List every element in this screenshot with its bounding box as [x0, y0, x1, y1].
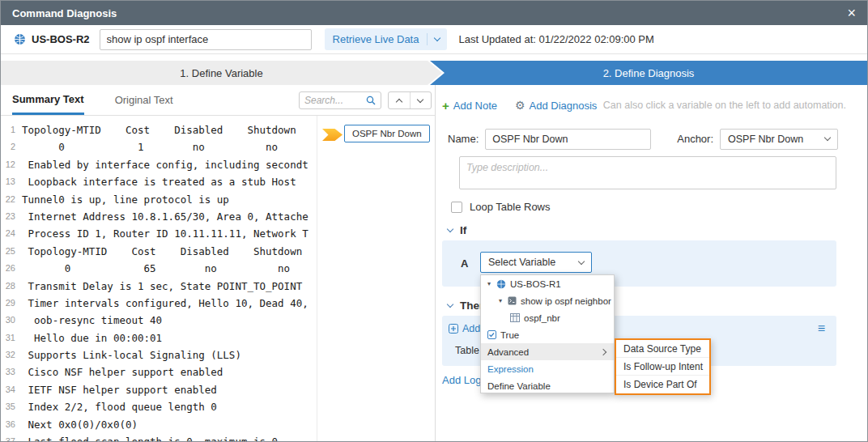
- tab-original-text[interactable]: Original Text: [115, 85, 173, 115]
- code-line: 22Tunnel0 is up, line protocol is up: [1, 191, 317, 208]
- code-line: 29 Timer intervals configured, Hello 10,…: [1, 295, 317, 312]
- code-line: 37 Last flood scan length is 0, maximum …: [1, 433, 317, 441]
- line-number: 37: [1, 433, 22, 441]
- line-text: Enabled by interface config, including s…: [22, 156, 308, 173]
- line-text: Transmit Delay is 1 sec, State POINT_TO_…: [22, 278, 302, 295]
- code-line: 36 Next 0x0(0)/0x0(0): [1, 416, 317, 433]
- code-line: 28 Transmit Delay is 1 sec, State POINT_…: [1, 278, 317, 295]
- submenu-item-is-follow-up-intent[interactable]: Is Follow-up Intent: [616, 358, 709, 376]
- code-line: 23 Internet Address 10.8.1.65/30, Area 0…: [1, 208, 317, 225]
- dropdown-item-advanced[interactable]: Advanced: [481, 343, 614, 360]
- line-number: 2: [1, 138, 22, 155]
- line-number: 1: [1, 121, 22, 138]
- retrieve-dropdown-toggle[interactable]: [428, 38, 447, 40]
- code-area: 1Topology-MTID Cost Disabled Shutdown2 0…: [1, 116, 317, 441]
- search-icon[interactable]: [366, 96, 376, 105]
- dropdown-item-us-bos-r1[interactable]: ▾US-BOS-R1: [481, 275, 614, 292]
- search-input[interactable]: [304, 95, 366, 106]
- chevron-up-icon: [396, 98, 402, 104]
- step-breadcrumb: 1. Define Variable 2. Define Diagnosis: [1, 61, 867, 85]
- add-diagnosis-button[interactable]: ⚙ Add Diagnosis: [515, 100, 597, 112]
- line-number: 25: [1, 243, 22, 260]
- command-input[interactable]: [100, 29, 312, 50]
- line-text: Topology-MTID Cost Disabled Shutdown: [22, 243, 302, 260]
- dropdown-item-label: ospf_nbr: [524, 313, 560, 323]
- anchor-select[interactable]: OSPF Nbr Down: [720, 129, 838, 150]
- code-line: 30 oob-resync timeout 40: [1, 312, 317, 329]
- retrieve-label[interactable]: Retrieve Live Data: [325, 33, 428, 45]
- chevron-down-icon: [417, 96, 423, 102]
- tree-caret-icon[interactable]: ▾: [499, 297, 508, 304]
- step1-label: 1. Define Variable: [180, 67, 262, 79]
- line-number: 30: [1, 312, 22, 329]
- variable-arrow-icon: [322, 129, 343, 141]
- retrieve-live-data-button[interactable]: Retrieve Live Data: [325, 28, 448, 50]
- line-number: 28: [1, 278, 22, 295]
- code-line: 33 Cisco NSF helper support enabled: [1, 363, 317, 380]
- description-textarea[interactable]: [459, 156, 836, 189]
- step-define-diagnosis[interactable]: 2. Define Diagnosis: [430, 61, 867, 85]
- code-line: 12 Enabled by interface config, includin…: [1, 156, 317, 173]
- code-line: 32 Supports Link-local Signaling (LLS): [1, 346, 317, 363]
- code-line: 2 0 1 no no: [1, 138, 317, 155]
- line-text: oob-resync timeout 40: [22, 312, 162, 329]
- table-icon: [510, 313, 520, 322]
- code-line: 31 Hello due in 00:00:01: [1, 329, 317, 346]
- name-input[interactable]: [485, 129, 651, 150]
- submenu-arrow-icon: [600, 348, 606, 355]
- match-next-button[interactable]: [411, 92, 432, 108]
- dropdown-item-label: US-BOS-R1: [510, 279, 561, 289]
- chevron-down-icon: [434, 35, 440, 41]
- step-define-variable[interactable]: 1. Define Variable: [1, 61, 442, 85]
- line-text: Supports Link-local Signaling (LLS): [22, 346, 241, 363]
- chevron-down-icon: [447, 301, 453, 308]
- dropdown-item-show-ip-ospf-neighbor[interactable]: ▾show ip ospf neighbor: [481, 292, 614, 309]
- submenu-item-is-device-part-of[interactable]: Is Device Part Of: [616, 376, 709, 393]
- line-text: Internet Address 10.8.1.65/30, Area 0, A…: [22, 208, 308, 225]
- line-text: 0 1 no no: [22, 138, 278, 155]
- line-number: 33: [1, 363, 22, 380]
- then-add-action[interactable]: Add: [449, 323, 480, 334]
- dropdown-item-label: Define Variable: [487, 381, 551, 391]
- if-label: If: [460, 224, 466, 236]
- line-number: 32: [1, 346, 22, 363]
- tab-summary-text[interactable]: Summary Text: [12, 85, 84, 115]
- line-number: 26: [1, 260, 22, 277]
- select-variable-dropdown[interactable]: Select Variable: [480, 252, 592, 273]
- close-icon[interactable]: ×: [847, 6, 856, 20]
- line-text: Last flood scan length is 0, maximum is …: [22, 433, 278, 441]
- submenu-item-data-source-type[interactable]: Data Source Type: [616, 340, 709, 358]
- if-section-header[interactable]: If: [448, 224, 466, 236]
- match-prev-button[interactable]: [389, 92, 410, 108]
- line-text: Next 0x0(0)/0x0(0): [22, 416, 138, 433]
- search-nav: [388, 91, 432, 109]
- loop-table-rows-checkbox[interactable]: [451, 202, 462, 213]
- dropdown-item-ospf-nbr[interactable]: ospf_nbr: [481, 309, 614, 326]
- dropdown-item-label: Expression: [487, 364, 534, 374]
- line-number: 24: [1, 225, 22, 242]
- then-table-label: Table: [455, 345, 479, 356]
- variable-tag[interactable]: OSPF Nbr Down: [344, 125, 430, 142]
- check-icon: [487, 330, 496, 339]
- chevron-down-icon: [824, 134, 831, 141]
- dropdown-item-define-variable[interactable]: Define Variable: [481, 377, 614, 394]
- line-text: Timer intervals configured, Hello 10, De…: [22, 295, 308, 312]
- variable-dropdown: ▾US-BOS-R1▾show ip ospf neighborospf_nbr…: [480, 274, 615, 393]
- name-label: Name:: [448, 133, 479, 145]
- code-line: 35 Index 2/2, flood queue length 0: [1, 398, 317, 415]
- code-line: 13 Loopback interface is treated as a st…: [1, 173, 317, 190]
- add-note-button[interactable]: + Add Note: [442, 100, 497, 112]
- line-number: 34: [1, 381, 22, 398]
- dialog-title: Command Diagnosis: [12, 7, 117, 19]
- chevron-down-icon: [578, 257, 585, 264]
- line-number: 36: [1, 416, 22, 433]
- dropdown-item-true[interactable]: True: [481, 326, 614, 343]
- dropdown-item-expression[interactable]: Expression: [481, 360, 614, 377]
- line-text: Tunnel0 is up, line protocol is up: [22, 191, 229, 208]
- loop-table-rows-label: Loop Table Rows: [470, 201, 551, 213]
- line-number: 31: [1, 329, 22, 346]
- tree-caret-icon[interactable]: ▾: [487, 280, 496, 287]
- line-text: IETF NSF helper support enabled: [22, 381, 217, 398]
- hamburger-menu-icon[interactable]: ≡: [818, 321, 825, 336]
- last-updated-text: Last Updated at: 01/22/2022 02:09:00 PM: [458, 33, 653, 45]
